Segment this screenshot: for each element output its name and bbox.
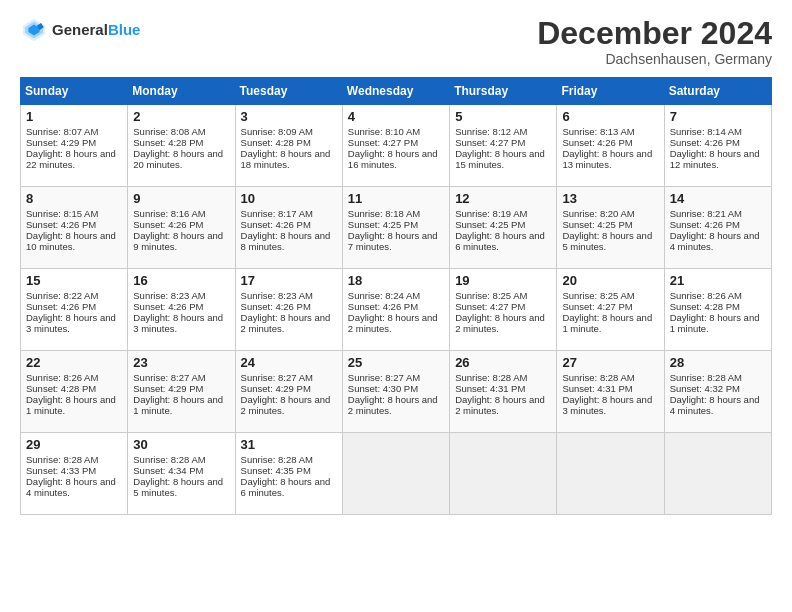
table-row: 27Sunrise: 8:28 AMSunset: 4:31 PMDayligh… [557,351,664,433]
logo: GeneralBlue [20,16,140,44]
col-monday: Monday [128,78,235,105]
table-row: 15Sunrise: 8:22 AMSunset: 4:26 PMDayligh… [21,269,128,351]
table-row [450,433,557,515]
table-row: 18Sunrise: 8:24 AMSunset: 4:26 PMDayligh… [342,269,449,351]
month-title: December 2024 [537,16,772,51]
table-row: 8Sunrise: 8:15 AMSunset: 4:26 PMDaylight… [21,187,128,269]
table-row: 21Sunrise: 8:26 AMSunset: 4:28 PMDayligh… [664,269,771,351]
table-row: 12Sunrise: 8:19 AMSunset: 4:25 PMDayligh… [450,187,557,269]
col-thursday: Thursday [450,78,557,105]
table-row: 17Sunrise: 8:23 AMSunset: 4:26 PMDayligh… [235,269,342,351]
page-container: GeneralBlue December 2024 Dachsenhausen,… [0,0,792,527]
table-row: 1Sunrise: 8:07 AMSunset: 4:29 PMDaylight… [21,105,128,187]
table-row: 11Sunrise: 8:18 AMSunset: 4:25 PMDayligh… [342,187,449,269]
week-row: 1Sunrise: 8:07 AMSunset: 4:29 PMDaylight… [21,105,772,187]
table-row: 3Sunrise: 8:09 AMSunset: 4:28 PMDaylight… [235,105,342,187]
table-row: 2Sunrise: 8:08 AMSunset: 4:28 PMDaylight… [128,105,235,187]
table-row: 24Sunrise: 8:27 AMSunset: 4:29 PMDayligh… [235,351,342,433]
logo-blue: Blue [108,21,141,38]
table-row: 6Sunrise: 8:13 AMSunset: 4:26 PMDaylight… [557,105,664,187]
table-row: 22Sunrise: 8:26 AMSunset: 4:28 PMDayligh… [21,351,128,433]
table-row [342,433,449,515]
title-block: December 2024 Dachsenhausen, Germany [537,16,772,67]
week-row: 22Sunrise: 8:26 AMSunset: 4:28 PMDayligh… [21,351,772,433]
col-tuesday: Tuesday [235,78,342,105]
table-row: 4Sunrise: 8:10 AMSunset: 4:27 PMDaylight… [342,105,449,187]
logo-general: General [52,21,108,38]
table-row: 14Sunrise: 8:21 AMSunset: 4:26 PMDayligh… [664,187,771,269]
table-row: 20Sunrise: 8:25 AMSunset: 4:27 PMDayligh… [557,269,664,351]
table-row: 23Sunrise: 8:27 AMSunset: 4:29 PMDayligh… [128,351,235,433]
table-row: 19Sunrise: 8:25 AMSunset: 4:27 PMDayligh… [450,269,557,351]
table-row: 10Sunrise: 8:17 AMSunset: 4:26 PMDayligh… [235,187,342,269]
col-friday: Friday [557,78,664,105]
week-row: 15Sunrise: 8:22 AMSunset: 4:26 PMDayligh… [21,269,772,351]
days-header-row: Sunday Monday Tuesday Wednesday Thursday… [21,78,772,105]
logo-text-block: GeneralBlue [52,21,140,38]
table-row: 5Sunrise: 8:12 AMSunset: 4:27 PMDaylight… [450,105,557,187]
col-sunday: Sunday [21,78,128,105]
table-row [557,433,664,515]
week-row: 29Sunrise: 8:28 AMSunset: 4:33 PMDayligh… [21,433,772,515]
week-row: 8Sunrise: 8:15 AMSunset: 4:26 PMDaylight… [21,187,772,269]
table-row: 31Sunrise: 8:28 AMSunset: 4:35 PMDayligh… [235,433,342,515]
col-wednesday: Wednesday [342,78,449,105]
header: GeneralBlue December 2024 Dachsenhausen,… [20,16,772,67]
table-row: 28Sunrise: 8:28 AMSunset: 4:32 PMDayligh… [664,351,771,433]
table-row: 13Sunrise: 8:20 AMSunset: 4:25 PMDayligh… [557,187,664,269]
table-row: 9Sunrise: 8:16 AMSunset: 4:26 PMDaylight… [128,187,235,269]
table-row: 26Sunrise: 8:28 AMSunset: 4:31 PMDayligh… [450,351,557,433]
table-row [664,433,771,515]
col-saturday: Saturday [664,78,771,105]
table-row: 29Sunrise: 8:28 AMSunset: 4:33 PMDayligh… [21,433,128,515]
location: Dachsenhausen, Germany [537,51,772,67]
logo-icon [20,16,48,44]
table-row: 30Sunrise: 8:28 AMSunset: 4:34 PMDayligh… [128,433,235,515]
table-row: 25Sunrise: 8:27 AMSunset: 4:30 PMDayligh… [342,351,449,433]
table-row: 7Sunrise: 8:14 AMSunset: 4:26 PMDaylight… [664,105,771,187]
calendar-table: Sunday Monday Tuesday Wednesday Thursday… [20,77,772,515]
table-row: 16Sunrise: 8:23 AMSunset: 4:26 PMDayligh… [128,269,235,351]
